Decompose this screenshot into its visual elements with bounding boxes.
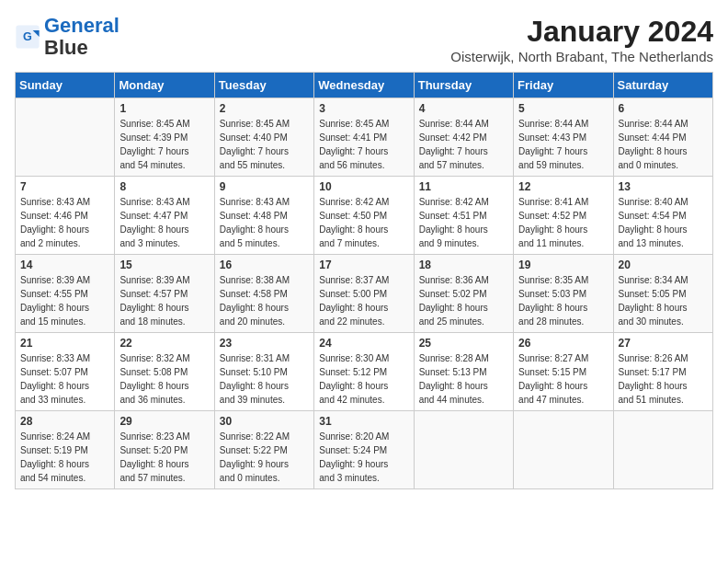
day-number: 6 [619, 102, 708, 115]
day-info: Sunrise: 8:23 AM Sunset: 5:20 PM Dayligh… [119, 430, 209, 485]
calendar-subtitle: Oisterwijk, North Brabant, The Netherlan… [450, 49, 713, 64]
calendar-week-row: 7Sunrise: 8:43 AM Sunset: 4:46 PM Daylig… [16, 177, 713, 255]
calendar-day-cell: 15Sunrise: 8:39 AM Sunset: 4:57 PM Dayli… [115, 255, 214, 333]
calendar-week-row: 28Sunrise: 8:24 AM Sunset: 5:19 PM Dayli… [16, 411, 713, 489]
calendar-day-cell: 16Sunrise: 8:38 AM Sunset: 4:58 PM Dayli… [214, 255, 313, 333]
calendar-day-cell: 7Sunrise: 8:43 AM Sunset: 4:46 PM Daylig… [16, 177, 115, 255]
day-info: Sunrise: 8:22 AM Sunset: 5:22 PM Dayligh… [220, 430, 309, 485]
calendar-day-cell: 25Sunrise: 8:28 AM Sunset: 5:13 PM Dayli… [414, 333, 513, 411]
day-info: Sunrise: 8:35 AM Sunset: 5:03 PM Dayligh… [518, 273, 608, 328]
day-number: 18 [419, 259, 508, 271]
calendar-day-cell: 9Sunrise: 8:43 AM Sunset: 4:48 PM Daylig… [214, 177, 313, 255]
day-info: Sunrise: 8:27 AM Sunset: 5:15 PM Dayligh… [518, 351, 608, 407]
calendar-day-cell: 6Sunrise: 8:44 AM Sunset: 4:44 PM Daylig… [613, 98, 712, 177]
day-info: Sunrise: 8:37 AM Sunset: 5:00 PM Dayligh… [319, 273, 408, 328]
calendar-day-cell: 10Sunrise: 8:42 AM Sunset: 4:50 PM Dayli… [314, 177, 414, 255]
day-info: Sunrise: 8:38 AM Sunset: 4:58 PM Dayligh… [220, 273, 309, 328]
day-number: 19 [518, 259, 608, 271]
day-info: Sunrise: 8:26 AM Sunset: 5:17 PM Dayligh… [619, 351, 708, 407]
calendar-day-cell: 22Sunrise: 8:32 AM Sunset: 5:08 PM Dayli… [115, 333, 214, 411]
title-block: January 2024 Oisterwijk, North Brabant, … [450, 15, 713, 64]
day-info: Sunrise: 8:32 AM Sunset: 5:08 PM Dayligh… [119, 351, 209, 407]
day-number: 12 [518, 180, 608, 193]
day-info: Sunrise: 8:44 AM Sunset: 4:43 PM Dayligh… [518, 117, 608, 172]
day-info: Sunrise: 8:40 AM Sunset: 4:54 PM Dayligh… [619, 195, 708, 250]
calendar-day-cell: 17Sunrise: 8:37 AM Sunset: 5:00 PM Dayli… [314, 255, 414, 333]
day-info: Sunrise: 8:43 AM Sunset: 4:46 PM Dayligh… [20, 195, 109, 250]
logo-line1: General [44, 14, 119, 37]
calendar-day-cell: 30Sunrise: 8:22 AM Sunset: 5:22 PM Dayli… [214, 411, 313, 489]
day-info: Sunrise: 8:44 AM Sunset: 4:44 PM Dayligh… [619, 117, 708, 172]
calendar-day-cell [613, 411, 712, 489]
day-number: 21 [20, 337, 109, 350]
svg-text:G: G [23, 30, 32, 43]
day-number: 15 [119, 259, 209, 271]
calendar-day-cell [16, 98, 115, 177]
calendar-day-cell: 12Sunrise: 8:41 AM Sunset: 4:52 PM Dayli… [514, 177, 613, 255]
weekday-header: Monday [115, 73, 214, 98]
day-info: Sunrise: 8:45 AM Sunset: 4:39 PM Dayligh… [119, 117, 209, 172]
weekday-header: Sunday [16, 73, 115, 98]
day-number: 7 [20, 180, 109, 193]
calendar-week-row: 14Sunrise: 8:39 AM Sunset: 4:55 PM Dayli… [16, 255, 713, 333]
calendar-day-cell: 5Sunrise: 8:44 AM Sunset: 4:43 PM Daylig… [514, 98, 613, 177]
day-info: Sunrise: 8:43 AM Sunset: 4:48 PM Dayligh… [220, 195, 309, 250]
weekday-row: SundayMondayTuesdayWednesdayThursdayFrid… [16, 73, 713, 98]
weekday-header: Friday [514, 73, 613, 98]
day-info: Sunrise: 8:20 AM Sunset: 5:24 PM Dayligh… [319, 430, 408, 485]
calendar-week-row: 21Sunrise: 8:33 AM Sunset: 5:07 PM Dayli… [16, 333, 713, 411]
day-number: 10 [319, 180, 408, 193]
calendar-day-cell: 21Sunrise: 8:33 AM Sunset: 5:07 PM Dayli… [16, 333, 115, 411]
day-info: Sunrise: 8:43 AM Sunset: 4:47 PM Dayligh… [119, 195, 209, 250]
day-info: Sunrise: 8:24 AM Sunset: 5:19 PM Dayligh… [20, 430, 109, 485]
day-number: 14 [20, 259, 109, 271]
day-info: Sunrise: 8:36 AM Sunset: 5:02 PM Dayligh… [419, 273, 508, 328]
calendar-day-cell: 20Sunrise: 8:34 AM Sunset: 5:05 PM Dayli… [613, 255, 712, 333]
calendar-day-cell: 26Sunrise: 8:27 AM Sunset: 5:15 PM Dayli… [514, 333, 613, 411]
calendar-week-row: 1Sunrise: 8:45 AM Sunset: 4:39 PM Daylig… [16, 98, 713, 177]
calendar-day-cell: 8Sunrise: 8:43 AM Sunset: 4:47 PM Daylig… [115, 177, 214, 255]
day-number: 22 [119, 337, 209, 350]
day-number: 26 [518, 337, 608, 350]
day-number: 13 [619, 180, 708, 193]
day-number: 8 [119, 180, 209, 193]
logo-text: General Blue [44, 15, 119, 59]
calendar-day-cell: 3Sunrise: 8:45 AM Sunset: 4:41 PM Daylig… [314, 98, 414, 177]
calendar-day-cell: 14Sunrise: 8:39 AM Sunset: 4:55 PM Dayli… [16, 255, 115, 333]
calendar-day-cell [414, 411, 513, 489]
weekday-header: Tuesday [214, 73, 313, 98]
day-info: Sunrise: 8:34 AM Sunset: 5:05 PM Dayligh… [619, 273, 708, 328]
day-info: Sunrise: 8:42 AM Sunset: 4:51 PM Dayligh… [419, 195, 508, 250]
day-info: Sunrise: 8:44 AM Sunset: 4:42 PM Dayligh… [419, 117, 508, 172]
day-info: Sunrise: 8:28 AM Sunset: 5:13 PM Dayligh… [419, 351, 508, 407]
day-number: 17 [319, 259, 408, 271]
day-number: 28 [20, 415, 109, 428]
calendar-day-cell [514, 411, 613, 489]
page-header: G General Blue January 2024 Oisterwijk, … [15, 15, 713, 64]
logo-icon: G [15, 24, 40, 50]
day-info: Sunrise: 8:42 AM Sunset: 4:50 PM Dayligh… [319, 195, 408, 250]
day-number: 25 [419, 337, 508, 350]
day-number: 5 [518, 102, 608, 115]
day-info: Sunrise: 8:41 AM Sunset: 4:52 PM Dayligh… [518, 195, 608, 250]
day-info: Sunrise: 8:45 AM Sunset: 4:41 PM Dayligh… [319, 117, 408, 172]
calendar-day-cell: 19Sunrise: 8:35 AM Sunset: 5:03 PM Dayli… [514, 255, 613, 333]
calendar-day-cell: 24Sunrise: 8:30 AM Sunset: 5:12 PM Dayli… [314, 333, 414, 411]
calendar-title: January 2024 [450, 15, 713, 49]
day-number: 2 [220, 102, 309, 115]
calendar-header: SundayMondayTuesdayWednesdayThursdayFrid… [16, 73, 713, 98]
day-info: Sunrise: 8:30 AM Sunset: 5:12 PM Dayligh… [319, 351, 408, 407]
day-number: 1 [119, 102, 209, 115]
day-number: 9 [220, 180, 309, 193]
day-info: Sunrise: 8:39 AM Sunset: 4:55 PM Dayligh… [20, 273, 109, 328]
calendar-day-cell: 31Sunrise: 8:20 AM Sunset: 5:24 PM Dayli… [314, 411, 414, 489]
calendar-day-cell: 27Sunrise: 8:26 AM Sunset: 5:17 PM Dayli… [613, 333, 712, 411]
calendar-day-cell: 4Sunrise: 8:44 AM Sunset: 4:42 PM Daylig… [414, 98, 513, 177]
calendar-day-cell: 28Sunrise: 8:24 AM Sunset: 5:19 PM Dayli… [16, 411, 115, 489]
calendar-day-cell: 23Sunrise: 8:31 AM Sunset: 5:10 PM Dayli… [214, 333, 313, 411]
logo-line2: Blue [44, 36, 88, 59]
day-info: Sunrise: 8:39 AM Sunset: 4:57 PM Dayligh… [119, 273, 209, 328]
calendar-table: SundayMondayTuesdayWednesdayThursdayFrid… [15, 72, 713, 489]
day-number: 27 [619, 337, 708, 350]
calendar-day-cell: 29Sunrise: 8:23 AM Sunset: 5:20 PM Dayli… [115, 411, 214, 489]
